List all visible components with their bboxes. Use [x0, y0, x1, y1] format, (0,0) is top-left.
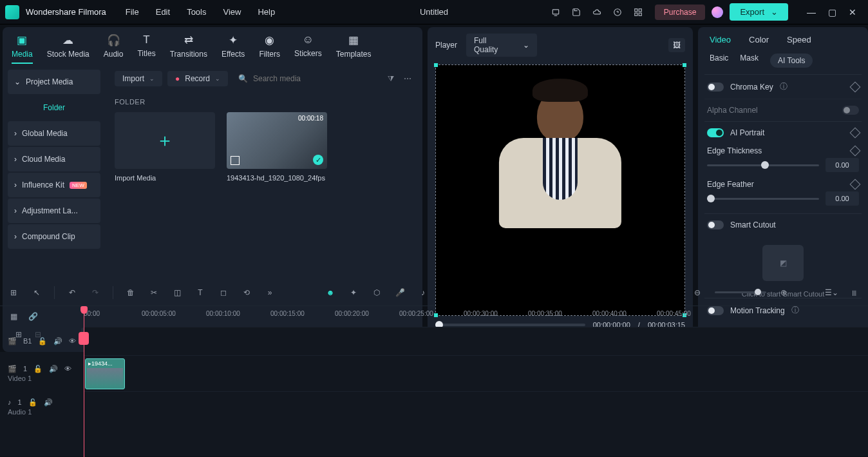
link-icon[interactable]: 🔗: [27, 311, 39, 322]
quality-dropdown[interactable]: Full Quality⌄: [466, 34, 537, 57]
mute-icon[interactable]: 🔊: [44, 398, 53, 407]
window-minimize[interactable]: —: [801, 7, 822, 17]
time-ruler[interactable]: 00:00 00:00:05:00 00:00:10:00 00:00:15:0…: [84, 306, 868, 327]
apps-icon[interactable]: [633, 7, 643, 17]
track-mode-icon[interactable]: ▦: [8, 311, 19, 322]
sidebar-global-media[interactable]: ›Global Media: [8, 121, 100, 146]
tab-templates[interactable]: ▦Templates: [336, 34, 372, 59]
sparkle-icon[interactable]: ✦: [348, 287, 359, 298]
tab-stock[interactable]: ☁Stock Media: [47, 34, 90, 59]
sidebar-adjustment-layer[interactable]: ›Adjustment La...: [8, 199, 100, 223]
tab-titles[interactable]: TTitles: [137, 34, 155, 58]
music-icon[interactable]: ♪: [417, 287, 429, 298]
zoom-in-icon[interactable]: ⊕: [778, 287, 789, 298]
keyframe-diamond-icon[interactable]: [850, 146, 861, 157]
import-media-tile[interactable]: ＋ Import Media: [115, 112, 215, 182]
edge-feather-value[interactable]: 0.00: [826, 191, 859, 206]
zoom-slider[interactable]: [715, 291, 766, 293]
props-tab-color[interactable]: Color: [749, 35, 769, 44]
keyframe-diamond-icon[interactable]: [850, 128, 861, 139]
text-icon[interactable]: T: [194, 287, 206, 298]
tab-media[interactable]: ▣Media: [12, 34, 33, 64]
tab-effects[interactable]: ✦Effects: [222, 34, 245, 59]
lock-icon[interactable]: 🔓: [33, 365, 42, 373]
smart-cutout-toggle[interactable]: [707, 220, 724, 229]
keyframe-diamond-icon[interactable]: [850, 179, 861, 190]
alpha-channel-toggle[interactable]: [842, 106, 859, 115]
import-dropdown[interactable]: Import⌄: [115, 71, 162, 86]
support-icon[interactable]: [612, 7, 623, 17]
tab-transitions[interactable]: ⇄Transitions: [170, 34, 207, 59]
cloud-icon[interactable]: [592, 7, 602, 17]
menu-help[interactable]: Help: [258, 7, 275, 17]
chroma-key-toggle[interactable]: [707, 83, 724, 92]
tracks-canvas[interactable]: ▸ 19434...: [84, 327, 868, 456]
info-icon[interactable]: ⓘ: [780, 81, 788, 92]
subtab-ai-tools[interactable]: AI Tools: [770, 53, 813, 68]
search-field[interactable]: 🔍: [233, 71, 380, 86]
more-icon[interactable]: ⋯: [402, 73, 413, 84]
smart-cutout-button[interactable]: ◩: [762, 245, 804, 281]
tab-audio[interactable]: 🎧Audio: [104, 34, 124, 59]
tab-filters[interactable]: ◉Filters: [259, 34, 280, 59]
mute-icon[interactable]: 🔊: [53, 337, 62, 345]
export-button[interactable]: Export⌄: [730, 3, 788, 21]
props-tab-video[interactable]: Video: [710, 35, 731, 44]
pointer-icon[interactable]: ↖: [31, 287, 42, 298]
sidebar-influence-kit[interactable]: ›Influence KitNEW: [8, 173, 100, 197]
edge-thickness-slider[interactable]: [707, 164, 819, 166]
cut-icon[interactable]: ✂: [148, 287, 160, 298]
sidebar-folder[interactable]: Folder: [8, 95, 100, 120]
crop-icon[interactable]: ◫: [171, 287, 183, 298]
zoom-out-icon[interactable]: ⊖: [692, 287, 703, 298]
snapshot-button[interactable]: 🖼: [668, 38, 685, 52]
window-close[interactable]: ✕: [842, 7, 863, 17]
ai-icon[interactable]: ☻: [325, 287, 336, 298]
menu-file[interactable]: File: [126, 7, 139, 17]
menu-view[interactable]: View: [223, 7, 241, 17]
shape-icon[interactable]: ◻: [218, 287, 229, 298]
sidebar-project-media[interactable]: ⌄Project Media: [8, 70, 100, 94]
menu-edit[interactable]: Edit: [156, 7, 170, 17]
search-input[interactable]: [253, 74, 375, 83]
lock-icon[interactable]: 🔓: [28, 398, 37, 407]
subtab-basic[interactable]: Basic: [710, 53, 728, 68]
menu-tools[interactable]: Tools: [187, 7, 206, 17]
edge-feather-slider[interactable]: [707, 198, 819, 200]
sidebar-cloud-media[interactable]: ›Cloud Media: [8, 147, 100, 171]
layout-icon[interactable]: ⊞: [8, 287, 19, 298]
props-tab-speed[interactable]: Speed: [787, 35, 811, 44]
account-avatar[interactable]: [712, 6, 723, 18]
record-dropdown[interactable]: ●Record⌄: [167, 71, 228, 86]
filter-icon[interactable]: ⧩: [385, 73, 397, 84]
track-head-audio1[interactable]: ♪1 🔓 🔊 Audio 1: [0, 391, 84, 422]
edge-thickness-value[interactable]: 0.00: [826, 158, 859, 172]
list-view-icon[interactable]: ☰⌄: [826, 287, 837, 298]
tab-stickers[interactable]: ☺Stickers: [294, 34, 322, 58]
rotate-icon[interactable]: ⟲: [241, 287, 252, 298]
preview-canvas[interactable]: [435, 64, 685, 316]
keyframe-diamond-icon[interactable]: [850, 81, 861, 92]
playhead[interactable]: [84, 306, 84, 457]
mute-icon[interactable]: 🔊: [49, 365, 58, 373]
bin-icon[interactable]: ⊟: [32, 329, 44, 340]
sidebar-compound-clip[interactable]: ›Compound Clip: [8, 224, 100, 249]
purchase-button[interactable]: Purchase: [655, 5, 706, 20]
eye-icon[interactable]: 👁: [69, 337, 76, 345]
shield-icon[interactable]: ⬡: [371, 287, 382, 298]
mic-icon[interactable]: 🎤: [394, 287, 406, 298]
delete-icon[interactable]: 🗑: [125, 287, 137, 298]
save-icon[interactable]: [571, 7, 581, 17]
undo-icon[interactable]: ↶: [66, 287, 78, 298]
subtab-mask[interactable]: Mask: [740, 53, 759, 68]
media-clip-tile[interactable]: 00:00:18 ✓ 1943413-hd_1920_1080_24fps: [227, 112, 327, 182]
ai-portrait-toggle[interactable]: [707, 128, 724, 137]
window-maximize[interactable]: ▢: [822, 7, 842, 17]
redo-icon[interactable]: ↷: [90, 287, 101, 298]
timeline-clip[interactable]: ▸ 19434...: [85, 358, 125, 389]
device-icon[interactable]: [551, 7, 561, 17]
meter-icon[interactable]: ⫼: [849, 287, 860, 298]
more-tools-icon[interactable]: »: [264, 287, 276, 298]
eye-icon[interactable]: 👁: [64, 365, 71, 373]
track-head-video1[interactable]: 🎬1 🔓 🔊 👁 Video 1: [0, 355, 84, 391]
